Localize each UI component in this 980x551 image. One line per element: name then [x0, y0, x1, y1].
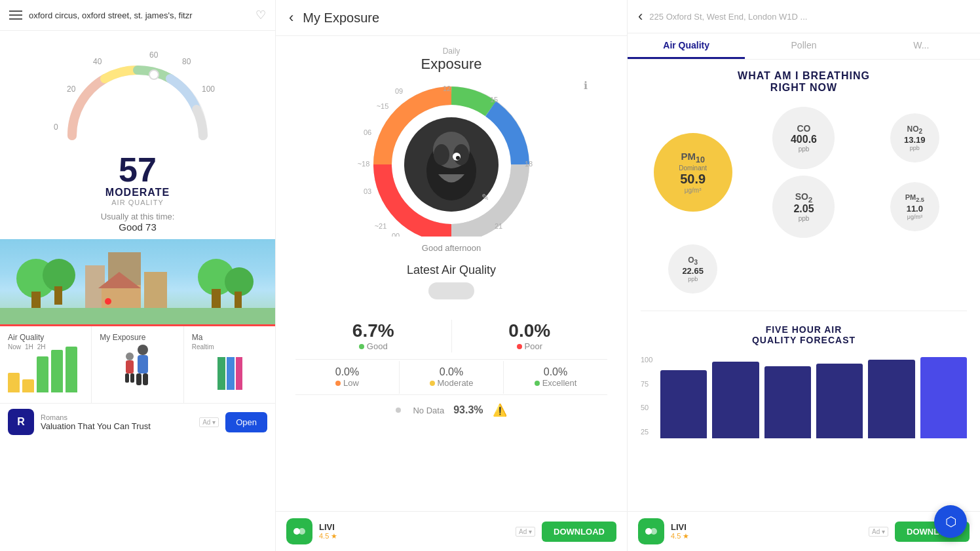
map-figure	[192, 351, 267, 396]
stats-section: 6.7% Good 0.0% Poor 0.0% Low	[276, 306, 627, 432]
no-data-value: 93.3%	[453, 404, 483, 416]
forecast-bar-3	[764, 366, 811, 438]
gauge-label-80: 80	[182, 57, 191, 66]
svg-text:18: 18	[525, 160, 533, 168]
livi-logo-right	[638, 518, 664, 544]
gauge-label-60: 60	[149, 50, 158, 60]
gauge-container: 0 20 40 60 80 100	[52, 44, 223, 149]
info-button[interactable]: ℹ	[584, 79, 588, 92]
card-exposure-title: My Exposure	[100, 333, 175, 342]
good-afternoon: Good afternoon	[276, 243, 627, 253]
latest-aq-section: Latest Air Quality	[276, 253, 627, 306]
ad-text-left: Romans Valuation That You Can Trust	[41, 413, 193, 431]
excellent-dot	[535, 381, 540, 386]
aq-pill[interactable]	[428, 282, 474, 299]
bottom-card-map[interactable]: Ma Realtim	[184, 326, 275, 403]
ad-title-left: Valuation That You Can Trust	[41, 421, 193, 431]
svg-rect-14	[235, 292, 242, 308]
fab-icon: ⬡	[945, 514, 956, 529]
livi-logo-middle	[286, 518, 312, 544]
location-text: oxford circus, oxford street, st. james'…	[29, 10, 249, 20]
stat-moderate-label: Moderate	[400, 378, 503, 388]
pm10-unit: μg/m³	[685, 187, 702, 194]
no2-unit: ppb	[910, 145, 920, 151]
svg-text:03: 03	[364, 187, 371, 195]
aqi-section: 0 20 40 60 80 100 57 MODERATE AIR QUALIT…	[0, 31, 275, 239]
stat-poor: 0.0% Poor	[452, 313, 608, 359]
stat-moderate: 0.0% Moderate	[400, 360, 503, 394]
middle-panel: ‹ My Exposure Daily Exposure ℹ 12 15 18	[275, 0, 628, 551]
stat-good-value: 6.7%	[295, 320, 451, 341]
svg-rect-5	[54, 286, 62, 305]
stats-row-2: 0.0% Low 0.0% Moderate 0.0% Excellent	[295, 359, 607, 394]
svg-text:21: 21	[495, 222, 502, 230]
forecast-y-labels: 100 75 50 25	[641, 353, 652, 438]
no-data-row: No Data 93.3% ⚠️	[295, 394, 607, 425]
svg-text:15: 15	[490, 96, 498, 104]
tab-weather[interactable]: W...	[863, 33, 980, 59]
svg-rect-24	[130, 373, 134, 383]
card-aq-title: Air Quality	[8, 333, 83, 342]
back-button[interactable]: ‹	[289, 9, 293, 26]
svg-text:~18: ~18	[358, 160, 370, 168]
download-button-middle[interactable]: DOWNLOAD	[542, 522, 616, 542]
svg-point-0	[149, 70, 159, 79]
svg-point-16	[105, 298, 111, 305]
o3-value: 22.65	[682, 266, 704, 276]
forecast-title: FIVE HOUR AIRQUALITY FORECAST	[641, 324, 967, 345]
chart-bar	[51, 350, 63, 392]
svg-point-17	[138, 345, 148, 355]
chart-bar	[37, 356, 48, 392]
card-map-title: Ma	[192, 333, 267, 342]
bottom-cards: Air Quality Now 1H 2H My Exposure	[0, 324, 275, 403]
clock-gauge-svg: 12 15 18 21 24 ~21 ~18 ~15 09 06 03 00	[353, 79, 550, 237]
pollutant-co: CO 400.6 ppb	[772, 107, 835, 169]
svg-rect-12	[212, 289, 221, 309]
aq-toggle[interactable]	[276, 282, 627, 299]
bottom-card-exposure[interactable]: My Exposure	[92, 326, 183, 403]
svg-text:12: 12	[443, 85, 451, 92]
ad-banner-right: LIVI 4.5 ★ Ad ▾ DOWNLOAD	[628, 511, 980, 551]
svg-rect-20	[143, 373, 148, 385]
gauge-label-0: 0	[54, 123, 58, 132]
pollutant-so2: SO2 2.05 ppb	[772, 176, 835, 238]
pm25-unit: μg/m³	[907, 214, 922, 220]
svg-point-44	[434, 144, 449, 165]
tab-air-quality[interactable]: Air Quality	[628, 33, 745, 59]
gauge-label-20: 20	[67, 85, 75, 94]
ad-rating-right: 4.5 ★	[671, 532, 689, 541]
forecast-chart-area: 100 75 50 25	[641, 353, 967, 438]
ad-rating-middle: 4.5 ★	[319, 532, 337, 541]
ad-app-info-middle: LIVI 4.5 ★	[319, 522, 337, 541]
svg-text:09: 09	[395, 87, 403, 95]
right-location-text: 225 Oxford St, West End, London W1D ...	[649, 12, 807, 22]
svg-point-50	[299, 528, 305, 535]
chart-bar	[8, 373, 20, 392]
no2-name: NO2	[907, 124, 923, 135]
section-divider	[641, 311, 967, 311]
svg-rect-27	[236, 357, 242, 390]
breathing-section: WHAT AM I BREATHINGRIGHT NOW PM10 Domina…	[628, 60, 980, 304]
o3-name: O3	[688, 256, 698, 266]
hamburger-icon[interactable]	[9, 10, 22, 20]
exposure-daily: Daily	[276, 47, 627, 56]
city-svg	[0, 239, 275, 324]
left-panel: oxford circus, oxford street, st. james'…	[0, 0, 275, 551]
so2-unit: ppb	[799, 215, 810, 222]
svg-point-21	[126, 352, 134, 360]
svg-text:00: 00	[392, 232, 400, 237]
right-back-button[interactable]: ‹	[638, 8, 643, 25]
heart-icon[interactable]: ♡	[255, 8, 266, 22]
stat-good: 6.7% Good	[295, 313, 451, 359]
tab-pollen[interactable]: Pollen	[745, 33, 862, 59]
open-button[interactable]: Open	[225, 412, 267, 432]
aqi-label: AIR QUALITY	[111, 199, 163, 206]
fab-button[interactable]: ⬡	[934, 505, 967, 538]
pollutant-no2: NO2 13.19 ppb	[890, 113, 939, 162]
forecast-bar-4	[816, 364, 863, 438]
bottom-card-aq[interactable]: Air Quality Now 1H 2H	[0, 326, 92, 403]
svg-rect-25	[217, 357, 225, 390]
breathing-title: WHAT AM I BREATHINGRIGHT NOW	[641, 70, 967, 94]
stat-poor-label: Poor	[452, 341, 608, 351]
co-unit: ppb	[799, 145, 810, 153]
